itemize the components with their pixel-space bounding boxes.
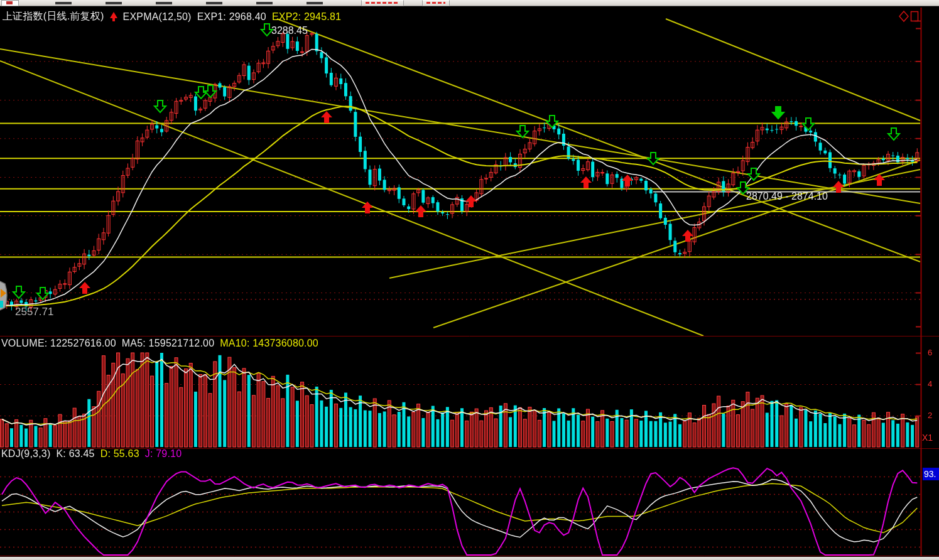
menu-items-cropped[interactable] bbox=[55, 2, 350, 4]
kdj-d-value: D: 55.63 bbox=[100, 448, 139, 460]
up-arrow-icon bbox=[110, 12, 117, 18]
exp1-value: EXP1: 2968.40 bbox=[197, 11, 266, 23]
volume-axis-label-2: 2 bbox=[928, 411, 932, 420]
bottom-window-strip bbox=[0, 557, 939, 560]
kdj-j-value: J: 79.10 bbox=[145, 448, 182, 460]
volume-axis-label-4: 4 bbox=[928, 379, 932, 389]
range-price-label: 2870.49 - 2874.10 bbox=[746, 191, 828, 202]
indicator-name[interactable]: EXPMA(12,50) bbox=[123, 11, 192, 23]
menu-bar[interactable] bbox=[0, 0, 939, 6]
main-chart-header: 上证指数(日线.前复权) EXPMA(12,50) EXP1: 2968.40 … bbox=[3, 10, 341, 23]
low-price-label: 2557.71 bbox=[15, 306, 53, 318]
red-button-text-cropped bbox=[366, 2, 399, 4]
volume-value: VOLUME: 122527616.00 bbox=[1, 338, 116, 349]
kdj-k-value: K: 63.45 bbox=[56, 448, 94, 460]
volume-ma10-value: MA10: 143736080.00 bbox=[220, 338, 318, 349]
red-button-text-cropped bbox=[426, 2, 445, 4]
exp2-value: EXP2: 2945.81 bbox=[272, 11, 341, 23]
app-icon bbox=[1, 0, 19, 6]
kdj-indicator-name[interactable]: KDJ(9,3,3) bbox=[1, 448, 50, 460]
chart-canvas[interactable] bbox=[0, 0, 939, 560]
volume-header: VOLUME: 122527616.00 MA5: 159521712.00 M… bbox=[1, 338, 318, 349]
symbol-title: 上证指数(日线.前复权) bbox=[3, 10, 104, 23]
peak-price-label: 3288.45 bbox=[271, 25, 308, 36]
stock-app-window: 上证指数(日线.前复权) EXPMA(12,50) EXP1: 2968.40 … bbox=[0, 0, 939, 560]
panel-corner-label: X1 bbox=[922, 433, 933, 443]
kdj-right-axis-badge: 93. bbox=[923, 468, 939, 480]
volume-axis-label-6: 6 bbox=[928, 348, 932, 357]
volume-ma5-value: MA5: 159521712.00 bbox=[122, 338, 215, 349]
kdj-header: KDJ(9,3,3) K: 63.45 D: 55.63 J: 79.10 bbox=[1, 448, 182, 460]
menubar-red-button-1[interactable] bbox=[361, 0, 404, 6]
menubar-red-button-2[interactable] bbox=[422, 0, 450, 6]
